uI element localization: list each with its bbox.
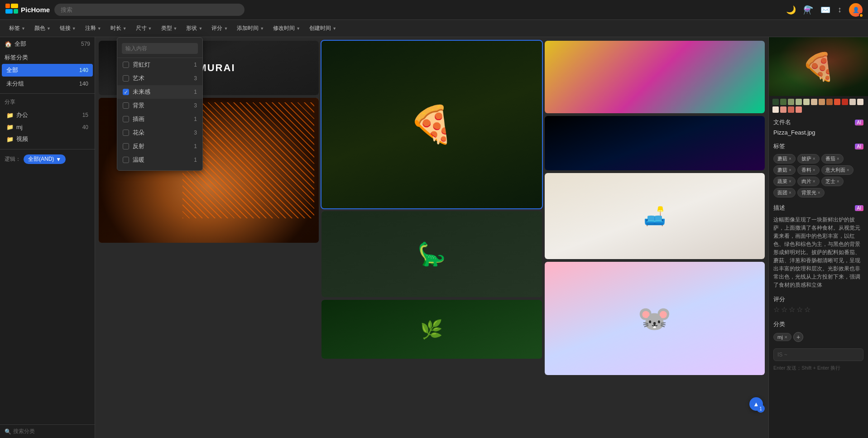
rp-tag[interactable]: 肉片×	[797, 177, 820, 186]
color-swatch[interactable]	[842, 99, 848, 105]
color-swatch[interactable]	[819, 99, 825, 105]
star-1[interactable]: ☆	[773, 305, 780, 314]
rp-filename-header: 文件名 AI	[773, 118, 863, 126]
photo-card-pizza[interactable]	[321, 41, 542, 208]
rp-tag[interactable]: 蔬菜×	[773, 177, 796, 186]
right-panel: 🍕 文件名 AI Pizza_Feast.jpg 标签 AI 蘑菇×披萨×番茄×…	[768, 37, 868, 438]
color-swatch[interactable]	[796, 99, 802, 105]
filter-shape[interactable]: 形状▼	[182, 23, 206, 34]
moon-icon[interactable]: 🌙	[786, 5, 796, 15]
logic-badge[interactable]: 全部(AND) ▼	[24, 154, 66, 164]
tag-remove-icon[interactable]: ×	[789, 156, 791, 161]
filter-link[interactable]: 链接▼	[56, 23, 80, 34]
color-swatch[interactable]	[826, 99, 833, 105]
folder-icon-office: 📁	[6, 112, 14, 119]
rp-description-label: 描述	[773, 204, 785, 212]
color-swatch[interactable]	[803, 99, 810, 105]
rp-tag[interactable]: 蘑菇×	[773, 165, 796, 175]
star-4[interactable]: ☆	[796, 305, 803, 314]
dropdown-item-6[interactable]: 反射 1	[117, 140, 202, 153]
photo-card-jungle[interactable]: 🌿	[321, 300, 542, 359]
photo-card-disney[interactable]: 🐭	[545, 262, 765, 375]
avatar[interactable]: 👤	[849, 3, 863, 17]
tag-remove-icon[interactable]: ×	[813, 168, 815, 173]
photo-card-dark[interactable]	[545, 116, 765, 170]
tag-remove-icon[interactable]: ×	[789, 190, 791, 195]
rp-tag[interactable]: 芝士×	[821, 177, 844, 186]
color-swatch[interactable]	[849, 99, 856, 105]
filter-tag[interactable]: 标签▼	[5, 23, 29, 34]
dropdown-item-2[interactable]: ✓ 未来感 1	[117, 85, 202, 99]
filter-create-time[interactable]: 创建时间▼	[306, 23, 340, 34]
color-swatch[interactable]	[834, 99, 840, 105]
photo-card-room[interactable]: 🛋️	[545, 173, 765, 259]
sidebar-folder-office[interactable]: 📁 办公 15	[2, 109, 93, 121]
filter-color[interactable]: 颜色▼	[31, 23, 54, 34]
filter-modify-time[interactable]: 修改时间▼	[269, 23, 304, 34]
tag-remove-icon[interactable]: ×	[789, 168, 791, 173]
color-swatch[interactable]	[811, 99, 817, 105]
sidebar-folder-mj[interactable]: 📁 mj 40	[2, 121, 93, 133]
tag-remove-icon[interactable]: ×	[813, 156, 815, 161]
star-2[interactable]: ☆	[781, 305, 787, 314]
filter-add-time[interactable]: 添加时间▼	[233, 23, 268, 34]
tag-remove-icon[interactable]: ×	[837, 156, 839, 161]
color-swatch[interactable]	[780, 106, 786, 113]
photo-card-dino[interactable]: 🦕	[321, 211, 542, 297]
dropdown-item-0[interactable]: 霓虹灯 1	[117, 58, 202, 72]
rp-chat-hint: Enter 发送；Shift + Enter 换行	[769, 364, 868, 372]
scroll-top-button[interactable]: ▲ 1	[749, 397, 763, 411]
tag-remove-icon[interactable]: ×	[818, 190, 820, 195]
classify-tag-mj-x[interactable]: ×	[785, 334, 787, 340]
color-swatch[interactable]	[780, 99, 786, 105]
dropdown-label-6: 反射	[133, 142, 144, 150]
dropdown-item-1[interactable]: 艺术 3	[117, 72, 202, 85]
rp-tag[interactable]: 蘑菇×	[773, 154, 796, 164]
classify-add-button[interactable]: +	[793, 332, 803, 342]
rp-tag[interactable]: 面团×	[773, 188, 796, 197]
sort-icon[interactable]: ↕️	[838, 5, 842, 14]
color-swatch[interactable]	[772, 99, 779, 105]
dropdown-item-5[interactable]: 花朵 3	[117, 126, 202, 140]
folder-icon-mj: 📁	[6, 124, 14, 130]
dropdown-item-7[interactable]: 温暖 1	[117, 153, 202, 167]
color-swatch[interactable]	[857, 99, 863, 105]
logic-chevron-icon: ▼	[56, 156, 61, 163]
rp-tag[interactable]: 披萨×	[797, 154, 820, 164]
filter-size[interactable]: 尺寸▼	[132, 23, 156, 34]
tag-remove-icon[interactable]: ×	[789, 179, 791, 184]
app-logo[interactable]: PicHome	[5, 4, 50, 16]
photo-dark	[545, 116, 765, 170]
dropdown-item-4[interactable]: 插画 1	[117, 112, 202, 126]
star-5[interactable]: ☆	[804, 305, 810, 314]
rp-tag[interactable]: 意大利面×	[821, 165, 854, 175]
logic-value: 全部(AND)	[28, 155, 54, 163]
sidebar-item-all[interactable]: 全部 140	[2, 64, 93, 77]
color-swatch[interactable]	[796, 106, 802, 113]
search-input[interactable]	[54, 4, 245, 16]
dropdown-search-input[interactable]	[122, 43, 198, 54]
sidebar-folder-video[interactable]: 📁 视频	[2, 133, 93, 145]
filter-type[interactable]: 类型▼	[158, 23, 181, 34]
mail-icon[interactable]: ✉️	[820, 5, 830, 15]
rp-tag[interactable]: 香料×	[797, 165, 820, 175]
filter-rating[interactable]: 评分▼	[208, 23, 231, 34]
color-swatch[interactable]	[788, 106, 794, 113]
color-swatch[interactable]	[788, 99, 794, 105]
sidebar-all[interactable]: 🏠 全部 579	[0, 37, 95, 51]
filter-duration[interactable]: 时长▼	[107, 23, 130, 34]
tag-remove-icon[interactable]: ×	[847, 168, 849, 173]
tag-remove-icon[interactable]: ×	[813, 179, 815, 184]
star-3[interactable]: ☆	[789, 305, 795, 314]
classify-tag-mj[interactable]: mj ×	[773, 333, 791, 341]
tag-remove-icon[interactable]: ×	[837, 179, 839, 184]
filter-icon[interactable]: ⚗️	[803, 5, 813, 15]
color-swatch[interactable]	[772, 106, 779, 113]
dropdown-item-3[interactable]: 背景 3	[117, 99, 202, 112]
sidebar-item-ungrouped[interactable]: 未分组 140	[2, 77, 93, 90]
rp-tag[interactable]: 背景光×	[797, 188, 825, 197]
rp-tag[interactable]: 番茄×	[821, 154, 844, 164]
filter-annotation[interactable]: 注释▼	[82, 23, 105, 34]
sidebar-search-classify[interactable]: 🔍 搜索分类	[0, 424, 95, 438]
photo-card-colorful[interactable]	[545, 41, 765, 113]
